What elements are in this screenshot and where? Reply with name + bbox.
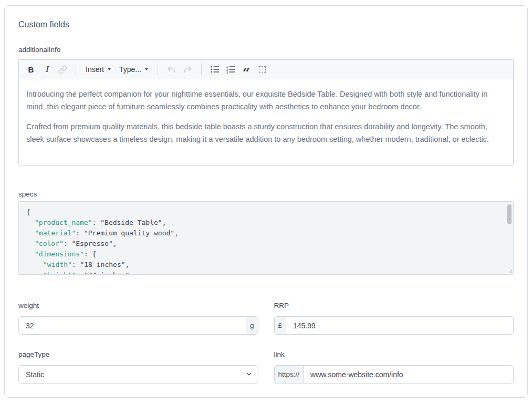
custom-fields-card: Custom fields additionalInfo B I Insert … (4, 5, 528, 398)
additionalinfo-label: additionalInfo (18, 45, 514, 55)
link-button[interactable] (56, 63, 69, 76)
link-input[interactable] (303, 365, 514, 384)
undo-button[interactable] (164, 63, 179, 76)
rrp-currency-addon: £ (274, 316, 287, 335)
blockquote-button[interactable]: “ (239, 63, 253, 76)
toolbar-divider (76, 64, 76, 75)
specs-label: specs (18, 190, 514, 199)
rrp-input[interactable] (286, 316, 514, 335)
code-line: "dimensions": { (26, 249, 500, 260)
link-input-group: https:// (274, 365, 514, 384)
resize-handle-icon[interactable] (507, 268, 513, 274)
rich-text-editor: B I Insert Type... (18, 59, 514, 165)
type-dropdown-label: Type... (119, 65, 141, 74)
editor-paragraph: Introducing the perfect companion for yo… (26, 88, 506, 113)
rte-content-area[interactable]: Introducing the perfect companion for yo… (19, 79, 513, 165)
link-icon (58, 65, 67, 74)
numbered-list-button[interactable]: 123 (224, 63, 237, 76)
insert-dropdown[interactable]: Insert (82, 63, 114, 76)
chevron-down-icon (145, 68, 148, 70)
undo-icon (166, 65, 176, 74)
weight-input-group: g (18, 316, 258, 335)
code-line: "material": "Premium quality wood", (26, 228, 500, 239)
code-line: { (26, 207, 500, 217)
redo-icon (183, 65, 193, 74)
chevron-down-icon (108, 68, 111, 70)
type-dropdown[interactable]: Type... (116, 63, 151, 76)
rrp-input-group: £ (274, 316, 514, 335)
numbered-list-icon: 123 (226, 65, 235, 74)
insert-dropdown-label: Insert (86, 65, 104, 74)
bold-button[interactable]: B (24, 63, 38, 76)
pagetype-select-wrap: Static (18, 365, 258, 384)
weight-input[interactable] (18, 316, 246, 335)
dashed-square-icon (259, 66, 266, 73)
redo-button[interactable] (181, 63, 195, 76)
code-line: "color": "Espresso", (26, 239, 500, 249)
weight-label: weight (18, 301, 258, 310)
panel-title: Custom fields (18, 19, 514, 30)
toolbar-divider (201, 64, 202, 75)
weight-unit-addon: g (246, 316, 258, 335)
show-blocks-button[interactable] (255, 63, 269, 76)
link-protocol-addon: https:// (274, 365, 304, 384)
vertical-scrollbar-thumb[interactable] (507, 204, 512, 224)
italic-button[interactable]: I (40, 63, 54, 76)
code-line: "width": "18 inches", (26, 260, 500, 270)
editor-paragraph: Crafted from premium quality materials, … (26, 120, 506, 146)
bullet-list-button[interactable] (208, 63, 222, 76)
svg-text:3: 3 (226, 71, 228, 74)
pagetype-select[interactable]: Static (18, 365, 258, 384)
bullet-list-icon (210, 65, 220, 74)
pagetype-label: pageType (18, 350, 258, 359)
code-line: "product_name": "Bedside Table", (26, 217, 500, 228)
rrp-label: RRP (274, 301, 514, 310)
code-line: "height": "24 inches", (26, 270, 500, 275)
toolbar-divider (158, 64, 158, 75)
rte-toolbar: B I Insert Type... (19, 60, 513, 79)
specs-code-editor[interactable]: { "product_name": "Bedside Table", "mate… (18, 201, 514, 275)
link-label: link (274, 350, 514, 359)
